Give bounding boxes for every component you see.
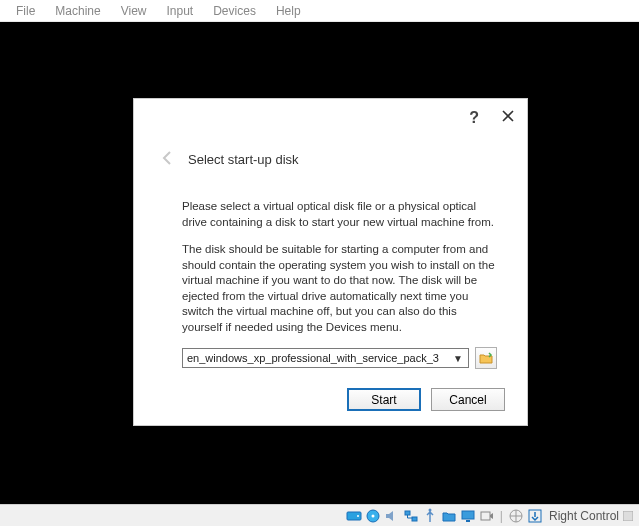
svg-point-3 [371, 514, 374, 517]
status-bar: | Right Control [0, 504, 639, 526]
browse-iso-button[interactable] [475, 347, 497, 369]
svg-rect-9 [481, 512, 490, 520]
display-icon[interactable] [460, 508, 476, 524]
recording-icon[interactable] [479, 508, 495, 524]
chevron-down-icon: ▼ [451, 352, 465, 366]
usb-icon[interactable] [422, 508, 438, 524]
menu-help[interactable]: Help [266, 2, 311, 20]
shared-folders-icon[interactable] [441, 508, 457, 524]
host-key-label: Right Control [549, 509, 619, 523]
status-icon-tray: | [346, 508, 543, 524]
dialog-paragraph-2: The disk should be suitable for starting… [182, 242, 497, 335]
svg-point-1 [357, 515, 359, 517]
menu-devices[interactable]: Devices [203, 2, 266, 20]
back-arrow-icon [158, 149, 176, 170]
dialog-paragraph-1: Please select a virtual optical disk fil… [182, 199, 497, 230]
iso-select-dropdown[interactable]: en_windows_xp_professional_with_service_… [182, 348, 469, 368]
dialog-title: Select start-up disk [188, 152, 299, 167]
hard-disk-icon[interactable] [346, 508, 362, 524]
start-button[interactable]: Start [347, 388, 421, 411]
menu-machine[interactable]: Machine [45, 2, 110, 20]
optical-disk-icon[interactable] [365, 508, 381, 524]
svg-rect-8 [466, 520, 470, 522]
svg-rect-12 [623, 511, 633, 521]
svg-rect-7 [462, 511, 474, 519]
menu-bar: File Machine View Input Devices Help [0, 0, 639, 22]
network-icon[interactable] [403, 508, 419, 524]
menu-view[interactable]: View [111, 2, 157, 20]
svg-rect-5 [412, 517, 417, 521]
keyboard-capture-icon[interactable] [527, 508, 543, 524]
help-button[interactable]: ? [469, 109, 479, 127]
close-button[interactable] [501, 109, 515, 127]
cancel-button[interactable]: Cancel [431, 388, 505, 411]
menu-input[interactable]: Input [157, 2, 204, 20]
menu-file[interactable]: File [6, 2, 45, 20]
iso-selected-value: en_windows_xp_professional_with_service_… [187, 351, 439, 366]
svg-rect-4 [405, 511, 410, 515]
startup-disk-dialog: ? Select start-up disk Please select a v… [133, 98, 528, 426]
mouse-integration-icon[interactable] [508, 508, 524, 524]
svg-point-6 [428, 508, 431, 511]
host-key-indicator: Right Control [549, 509, 633, 523]
status-separator: | [500, 509, 503, 523]
audio-icon[interactable] [384, 508, 400, 524]
